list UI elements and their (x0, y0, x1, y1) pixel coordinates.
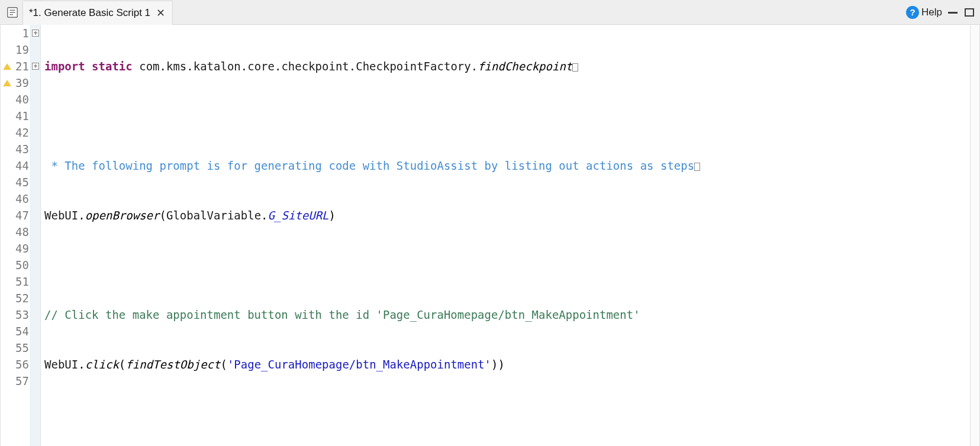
code-line: // Click the make appointment button wit… (44, 306, 970, 323)
code-line (44, 406, 970, 422)
line-number: 41 (14, 108, 29, 124)
gutter-marker (1, 356, 14, 373)
maximize-icon (965, 8, 974, 17)
gutter-marker (1, 290, 14, 306)
gutter-marker (1, 157, 14, 174)
line-number: 21 (14, 58, 29, 75)
line-number: 51 (14, 273, 29, 290)
gutter-marker (1, 108, 14, 124)
gutter-marker (1, 323, 14, 340)
overview-ruler[interactable] (970, 25, 979, 446)
code-area[interactable]: import static com.kms.katalon.core.check… (41, 25, 970, 446)
fold-cell (31, 108, 40, 124)
fold-ellipsis-icon (694, 163, 700, 171)
tab-title: *1. Generate Basic Script 1 (29, 7, 150, 19)
gutter-marker (1, 91, 14, 108)
code-line (44, 108, 970, 124)
gutter-marker (1, 124, 14, 141)
line-number: 46 (14, 190, 29, 207)
code-line (44, 257, 970, 273)
line-number: 53 (14, 306, 29, 323)
help-label: Help (921, 7, 942, 18)
gutter-marker (1, 273, 14, 290)
fold-cell (31, 141, 40, 157)
gutter-marker (1, 207, 14, 224)
line-number: 56 (14, 356, 29, 373)
gutter-marker (1, 306, 14, 323)
fold-cell: + (31, 58, 40, 75)
fold-cell (31, 75, 40, 91)
gutter-marker (1, 373, 14, 389)
gutter-marker (1, 25, 14, 41)
fold-cell (31, 240, 40, 257)
tabbar-actions: ? Help (906, 0, 980, 24)
marker-column (1, 25, 14, 446)
fold-cell (31, 157, 40, 174)
code-line: import static com.kms.katalon.core.check… (44, 58, 970, 75)
code-line: WebUI.click(findTestObject('Page_CuraHom… (44, 356, 970, 373)
line-number-column: 1192139404142434445464748495051525354555… (14, 25, 30, 446)
fold-cell (31, 290, 40, 306)
fold-cell (31, 306, 40, 323)
fold-cell (31, 124, 40, 141)
gutter-marker (1, 257, 14, 273)
minimize-icon (948, 11, 958, 14)
line-number: 43 (14, 141, 29, 157)
line-number: 39 (14, 75, 29, 91)
line-number: 52 (14, 290, 29, 306)
fold-toggle[interactable]: + (32, 63, 39, 70)
gutter-marker (1, 190, 14, 207)
line-number: 47 (14, 207, 29, 224)
tabbar-spacer (173, 0, 906, 24)
fold-cell (31, 207, 40, 224)
tab-bar: *1. Generate Basic Script 1 ✕ ? Help (0, 0, 980, 25)
code-editor[interactable]: 1192139404142434445464748495051525354555… (1, 25, 979, 446)
code-line: * The following prompt is for generating… (44, 157, 970, 174)
fold-cell (31, 257, 40, 273)
close-icon[interactable]: ✕ (155, 7, 166, 20)
fold-column: ++ (30, 25, 41, 446)
fold-cell (31, 190, 40, 207)
gutter-marker (1, 224, 14, 240)
line-number: 57 (14, 373, 29, 389)
gutter: 1192139404142434445464748495051525354555… (1, 25, 41, 446)
gutter-marker (1, 340, 14, 356)
fold-cell (31, 273, 40, 290)
script-icon (6, 6, 19, 19)
gutter-marker (1, 240, 14, 257)
warning-icon (3, 63, 11, 70)
line-number: 42 (14, 124, 29, 141)
fold-cell (31, 323, 40, 340)
maximize-button[interactable] (963, 8, 975, 17)
fold-cell (31, 41, 40, 58)
warning-icon (3, 80, 11, 86)
line-number: 44 (14, 157, 29, 174)
gutter-marker (1, 174, 14, 190)
line-number: 45 (14, 174, 29, 190)
line-number: 49 (14, 240, 29, 257)
gutter-marker (1, 41, 14, 58)
fold-cell (31, 373, 40, 389)
minimize-button[interactable] (947, 8, 959, 17)
line-number: 19 (14, 41, 29, 58)
gutter-marker (1, 58, 14, 75)
fold-cell: + (31, 25, 40, 41)
fold-cell (31, 224, 40, 240)
fold-ellipsis-icon (572, 63, 578, 72)
code-line: WebUI.openBrowser(GlobalVariable.G_SiteU… (44, 207, 970, 224)
line-number: 54 (14, 323, 29, 340)
help-button[interactable]: ? Help (906, 6, 942, 19)
editor-container: 1192139404142434445464748495051525354555… (0, 25, 980, 446)
gutter-marker (1, 141, 14, 157)
help-icon: ? (906, 6, 919, 19)
fold-toggle[interactable]: + (32, 30, 39, 37)
fold-cell (31, 91, 40, 108)
editor-tab[interactable]: *1. Generate Basic Script 1 ✕ (22, 1, 173, 25)
fold-cell (31, 356, 40, 373)
line-number: 55 (14, 340, 29, 356)
file-type-icon (4, 0, 22, 24)
line-number: 1 (14, 25, 29, 41)
line-number: 48 (14, 224, 29, 240)
line-number: 50 (14, 257, 29, 273)
gutter-marker (1, 75, 14, 91)
